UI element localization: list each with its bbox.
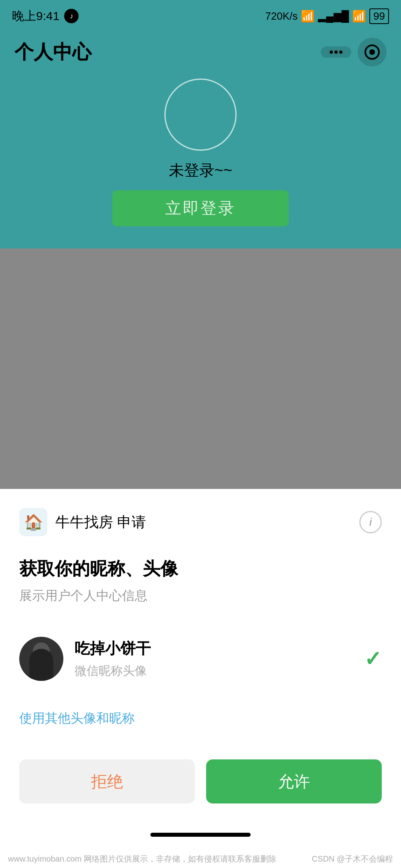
reject-button-label: 拒绝 [91,771,123,793]
wifi-icon: 📶 [352,10,366,23]
profile-section: 未登录~~ 立即登录 [0,72,401,248]
app-request-left: 🏠 牛牛找房 申请 [19,508,146,536]
gray-section [0,248,401,489]
more-button[interactable] [321,46,351,58]
not-logged-text: 未登录~~ [169,160,232,181]
app-header: 个人中心 [0,32,401,72]
user-name: 吃掉小饼干 [75,638,353,659]
permission-title: 获取你的昵称、头像 [19,557,382,581]
bluetooth-icon: 📶 [301,10,315,23]
app-icon: 🏠 [19,508,47,536]
signal-bars: ▂▄▆█ [318,10,349,22]
status-bar: 晚上9:41 ♪ 720K/s 📶 ▂▄▆█ 📶 99 [0,0,401,32]
home-indicator [0,823,401,847]
house-icon: 🏠 [24,513,43,531]
avatar-placeholder [164,79,237,151]
permission-desc: 展示用户个人中心信息 [19,587,382,605]
reject-button[interactable]: 拒绝 [19,759,195,803]
login-button[interactable]: 立即登录 [112,190,289,226]
bottom-sheet: 🏠 牛牛找房 申请 i 获取你的昵称、头像 展示用户个人中心信息 吃掉小饼干 微… [0,489,401,823]
scan-button[interactable] [358,38,387,67]
other-option-link[interactable]: 使用其他头像和昵称 [19,710,382,727]
app-name: 牛牛找房 申请 [55,513,146,532]
status-icons: 720K/s 📶 ▂▄▆█ 📶 99 [265,8,389,24]
check-icon: ✓ [364,647,382,671]
action-buttons: 拒绝 允许 [19,759,382,823]
header-actions [321,38,387,67]
tiktok-icon: ♪ [64,9,79,23]
page-title: 个人中心 [14,39,91,65]
info-button[interactable]: i [359,511,382,533]
user-details: 吃掉小饼干 微信昵称头像 [75,638,353,679]
allow-button[interactable]: 允许 [206,759,382,803]
home-bar [150,833,251,837]
user-wechat-label: 微信昵称头像 [75,663,353,679]
login-button-label: 立即登录 [165,197,236,219]
user-info-row: 吃掉小饼干 微信昵称头像 ✓ [19,629,382,689]
watermark-bar: www.tuyimoban.com 网络图片仅供展示，非存储，如有侵权请联系客服… [0,847,401,868]
app-request-header: 🏠 牛牛找房 申请 i [19,508,382,536]
allow-button-label: 允许 [278,771,310,793]
status-time: 晚上9:41 [12,8,59,24]
user-avatar [19,637,63,681]
network-speed: 720K/s [265,10,298,22]
watermark-left: www.tuyimoban.com 网络图片仅供展示，非存储，如有侵权请联系客服… [8,854,276,864]
watermark-right: CSDN @子木不会编程 [312,854,393,864]
battery: 99 [369,8,389,24]
info-icon: i [369,516,372,529]
